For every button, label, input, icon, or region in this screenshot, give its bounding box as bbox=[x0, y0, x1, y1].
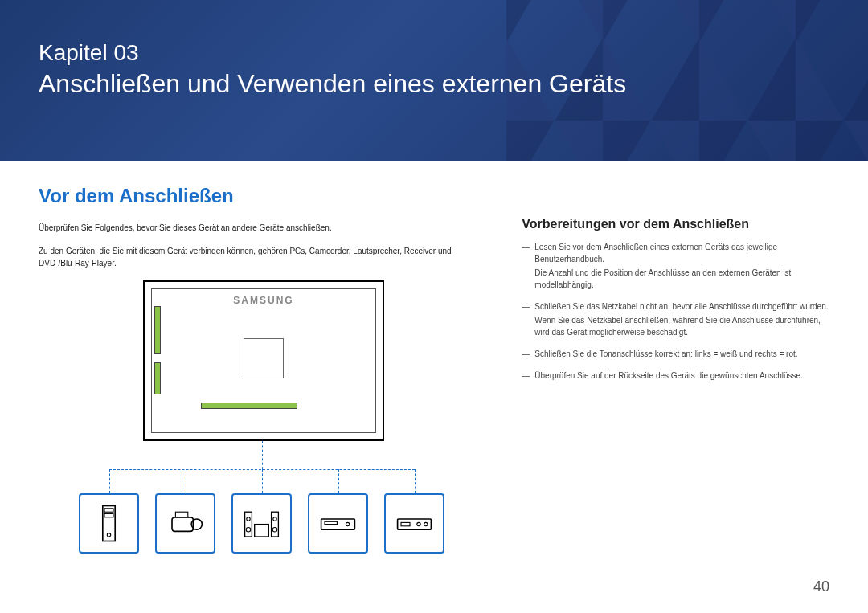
vesa-mount bbox=[244, 338, 284, 378]
list-item: Lesen Sie vor dem Anschließen eines exte… bbox=[522, 241, 829, 291]
port-strip-left-lower bbox=[154, 362, 161, 394]
port-strip-bottom bbox=[201, 403, 297, 409]
connection-line-2 bbox=[186, 469, 186, 493]
svg-rect-7 bbox=[245, 512, 252, 537]
page-number: 40 bbox=[813, 578, 829, 595]
port-strip-left-upper bbox=[154, 306, 161, 354]
list-item: Schließen Sie das Netzkabel nicht an, be… bbox=[522, 300, 829, 338]
device-dvd-player bbox=[308, 493, 368, 554]
connection-line-3 bbox=[262, 469, 263, 493]
bullet-main: Schließen Sie das Netzkabel nicht an, be… bbox=[534, 302, 828, 311]
tv-rear-panel: SAMSUNG bbox=[143, 280, 384, 441]
svg-point-13 bbox=[272, 527, 277, 532]
svg-rect-9 bbox=[255, 525, 269, 537]
svg-point-10 bbox=[247, 517, 250, 521]
svg-point-11 bbox=[246, 527, 251, 532]
bullet-sub: Wenn Sie das Netzkabel anschließen, währ… bbox=[534, 314, 829, 338]
preparation-list: Lesen Sie vor dem Anschließen eines exte… bbox=[522, 241, 829, 382]
speaker-system-icon bbox=[240, 501, 284, 546]
section-title: Vor dem Anschließen bbox=[39, 185, 489, 207]
chapter-title: Anschließen und Verwenden eines externen… bbox=[39, 69, 829, 99]
device-speaker-system bbox=[231, 493, 292, 554]
bullet-sub: Die Anzahl und die Position der Anschlüs… bbox=[534, 267, 829, 291]
camcorder-icon bbox=[163, 501, 207, 546]
connection-line-5 bbox=[415, 469, 416, 493]
svg-rect-4 bbox=[172, 517, 193, 532]
intro-text-1: Überprüfen Sie Folgendes, bevor Sie dies… bbox=[39, 222, 489, 234]
list-item: Überprüfen Sie auf der Rückseite des Ger… bbox=[522, 370, 829, 382]
connection-line-main bbox=[262, 441, 263, 469]
svg-rect-6 bbox=[175, 512, 187, 517]
device-receiver bbox=[384, 493, 444, 554]
svg-rect-15 bbox=[325, 521, 337, 524]
manual-page: Kapitel 03 Anschließen und Verwenden ein… bbox=[0, 0, 868, 613]
bullet-main: Lesen Sie vor dem Anschließen eines exte… bbox=[534, 243, 777, 264]
device-row bbox=[79, 493, 444, 554]
svg-rect-1 bbox=[104, 509, 113, 512]
svg-rect-2 bbox=[104, 513, 113, 517]
dvd-player-icon bbox=[316, 501, 360, 546]
pc-tower-icon bbox=[87, 501, 131, 546]
svg-rect-17 bbox=[398, 519, 432, 529]
svg-rect-18 bbox=[401, 522, 410, 525]
receiver-icon bbox=[392, 501, 436, 546]
chapter-header: Kapitel 03 Anschließen und Verwenden ein… bbox=[0, 0, 868, 161]
subsection-title: Vorbereitungen vor dem Anschließen bbox=[522, 217, 829, 231]
device-pc-tower bbox=[79, 493, 139, 554]
brand-logo: SAMSUNG bbox=[233, 295, 293, 306]
connection-line-4 bbox=[338, 469, 339, 493]
chapter-label: Kapitel 03 bbox=[39, 40, 829, 66]
bullet-main: Schließen Sie die Tonanschlüsse korrekt … bbox=[534, 349, 797, 358]
svg-point-3 bbox=[107, 533, 110, 537]
list-item: Schließen Sie die Tonanschlüsse korrekt … bbox=[522, 348, 829, 360]
svg-point-16 bbox=[346, 522, 349, 525]
intro-text-2: Zu den Geräten, die Sie mit diesem Gerät… bbox=[39, 245, 489, 269]
content-area: Vor dem Anschließen Überprüfen Sie Folge… bbox=[0, 161, 868, 554]
device-camcorder bbox=[155, 493, 215, 554]
left-column: Vor dem Anschließen Überprüfen Sie Folge… bbox=[39, 185, 489, 554]
connection-line-1 bbox=[109, 469, 110, 493]
svg-rect-8 bbox=[272, 512, 279, 537]
svg-point-20 bbox=[424, 522, 428, 525]
bullet-main: Überprüfen Sie auf der Rückseite des Ger… bbox=[534, 371, 803, 380]
right-column: Vorbereitungen vor dem Anschließen Lesen… bbox=[522, 185, 829, 554]
svg-point-12 bbox=[273, 517, 276, 521]
connection-diagram: SAMSUNG bbox=[39, 280, 424, 554]
svg-point-19 bbox=[417, 522, 420, 525]
